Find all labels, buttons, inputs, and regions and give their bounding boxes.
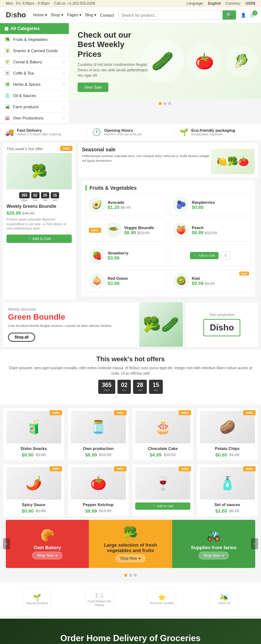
dot-1[interactable] — [159, 102, 162, 105]
countdown: 365 days 02 hrs 28 min 15 sec — [7, 192, 72, 202]
add-to-cart-fruits-button[interactable]: 🛒 Add to Cart — [190, 252, 219, 259]
avocado-price-old: $5.79 — [121, 205, 131, 210]
dot-3[interactable] — [168, 102, 171, 105]
own-image: 🫙 — [71, 411, 126, 443]
add-to-cart-bottle-button[interactable]: 🛒 Add to Cart — [135, 502, 190, 510]
hours-icon: 🕐 — [92, 128, 101, 136]
own-icon: 🏭 — [4, 115, 10, 121]
avocado-price-new: $1.20 — [108, 205, 120, 210]
search-button[interactable]: 🔍 — [223, 10, 236, 20]
promo-farms-title: Supplies from farms — [191, 545, 236, 550]
hot-offers-main-section: This week's hot offers Etiam posuere, se… — [0, 350, 261, 405]
nav-contact[interactable]: Contact — [100, 13, 114, 17]
wishlist-button[interactable]: ♡ — [221, 252, 231, 260]
main-count-hours-label: hrs — [121, 388, 128, 392]
promo-dot-3[interactable] — [134, 574, 137, 577]
herbs-icon: 🌿 — [4, 81, 10, 87]
kiwi-name: Kiwi — [192, 276, 215, 281]
food-icon: 🍽️ — [87, 592, 112, 599]
dot-2[interactable] — [163, 102, 166, 105]
chips-image: 🥔 — [200, 411, 255, 443]
sauces-image: 🧴 — [200, 467, 255, 500]
sidebar-item-fruits[interactable]: 🥦 Fruits & Vegetables › — [0, 34, 69, 45]
olive-label: Olive Oil — [218, 601, 230, 605]
snacks-image: 🧃 — [6, 411, 61, 443]
language-value[interactable]: English — [208, 1, 221, 5]
view-sale-button[interactable]: View Sale — [78, 83, 108, 92]
sidebar-label-herbs: Herbs & Spices — [13, 82, 41, 87]
cart-icon[interactable]: 🛒 2 — [250, 13, 255, 18]
sidebar-item-cereal[interactable]: 🌾 Cereal & Bakery › — [0, 56, 69, 68]
strawberry-name: Strawberry — [108, 251, 128, 255]
shop-all-button[interactable]: Shop all — [8, 333, 35, 342]
products-grid-row2: Sale! 🌶️ Spicy Sauce $0.90 $1.80 Sale! 🍅… — [3, 464, 258, 517]
banner-content: Check out our Best Weekly Prices Curabit… — [78, 30, 150, 92]
info-eco: 🌱 Eco-friendly packaging Sustainable mat… — [174, 124, 261, 140]
own-production-card: Own production Disho — [186, 302, 258, 347]
peach-price-new: $8.99 — [192, 230, 204, 235]
eco-icon: 🌱 — [179, 128, 188, 136]
fruit-avocado: 🥑 Avocado $1.20 $5.79 — [86, 194, 167, 216]
promo-dot-1[interactable] — [124, 574, 127, 577]
cake-price-new: $4.99 — [150, 452, 162, 458]
promo-bakery-title: Own Bakery — [34, 545, 61, 550]
cake-name: Chocolate Cake — [135, 446, 190, 451]
fruit-raspberries: 🫐 Raspberries $0.80 — [170, 194, 251, 216]
red-onion-price-new: $3.99 — [108, 281, 120, 286]
cereal-icon: 🌾 — [4, 59, 10, 65]
promo-prev-button[interactable]: ‹ — [3, 538, 10, 549]
cake-image: 🎂 — [135, 411, 190, 443]
banner-title: Check out our Best Weekly Prices — [78, 30, 150, 59]
banner-images: 🥒 🍅 🥬 — [141, 23, 257, 99]
sidebar-label-fruits: Fruits & Vegetables — [13, 37, 47, 42]
banner-dots — [69, 99, 261, 108]
hot-offer-desc: Pretium quam vulputate dignissim suspend… — [7, 217, 72, 231]
sidebar-item-herbs[interactable]: 🌿 Herbs & Spices › — [0, 79, 69, 90]
main-count-days: 365 — [102, 382, 112, 388]
sidebar-item-snacks[interactable]: 🥫 Snacks & Canned Goods › — [0, 45, 69, 56]
grid-icon: ▦ — [4, 26, 8, 31]
sidebar-item-farm[interactable]: 🚜 Farm products › — [0, 101, 69, 113]
promo-bakery-button[interactable]: Shop Now ➜ — [32, 552, 62, 559]
search-input[interactable] — [119, 11, 223, 19]
sidebar-item-coffee[interactable]: ☕ Coffe & Tea › — [0, 68, 69, 79]
product-add-cart-item: Sale! 🍷 🛒 Add to Cart — [132, 464, 194, 517]
spicy-name: Spicy Sauce — [6, 502, 61, 507]
sidebar-title: ▦ All Categories — [0, 23, 69, 34]
snacks-price-new: $0.90 — [22, 452, 34, 458]
promo-next-button[interactable]: › — [251, 538, 258, 549]
promo-farms-button[interactable]: Shop Now ➜ — [199, 552, 229, 559]
hot-offer-add-to-cart[interactable]: 🛒 Add to Cart — [7, 235, 72, 243]
bottle-sale-badge: Sale! — [179, 466, 191, 471]
promo-dot-2[interactable] — [129, 574, 132, 577]
product-potato-chips: Sale! 🥔 Potato Chips $0.60 $1.20 — [196, 408, 258, 461]
fruit-veggie: Sale! 🥗 Veggie Boundle $8.99 $12.99 — [86, 219, 167, 241]
chevron-icon: › — [63, 60, 65, 64]
user-icon[interactable]: 👤 — [241, 13, 246, 18]
own-name: Own production — [71, 446, 126, 451]
nav-shop[interactable]: Shop ▾ — [51, 13, 63, 17]
fruit-red-onion: 🧅 Red Onion $3.99 — [86, 270, 167, 292]
ketchup-sale-badge: Sale! — [114, 466, 127, 471]
promo-vegetables-button[interactable]: Shop Now ➜ — [116, 555, 146, 562]
chevron-icon: › — [63, 116, 65, 120]
promo-vegetables-title: Large selection of fresh vegetables and … — [93, 542, 167, 553]
search-bar: 🔍 — [118, 10, 236, 20]
nav-blog[interactable]: Blog ▾ — [85, 13, 96, 17]
veggie-price-new: $8.99 — [124, 230, 136, 235]
sidebar-item-own[interactable]: 🏭 Own Productions › — [0, 113, 69, 124]
hot-offer-price-new: $29.99 — [7, 210, 21, 216]
kiwi-price-new: $0.59 — [192, 281, 204, 286]
kiwi-icon: 🥝 — [173, 273, 189, 289]
ketchup-image: 🍅 — [71, 467, 126, 500]
own-production-brand: Disho — [203, 319, 241, 336]
nav-pages[interactable]: Pages ▾ — [67, 13, 82, 17]
peach-price-old: $12.99 — [205, 231, 217, 235]
main-count-hours: 02 — [121, 382, 128, 388]
nav-home[interactable]: Home ▾ — [33, 13, 47, 17]
promo-banners-wrapper: ‹ 🥐 Own Bakery Shop Now ➜ 🥦 Large select… — [3, 520, 258, 568]
sidebar-item-oil[interactable]: 🧴 Oil & Sauces › — [0, 90, 69, 101]
top-bar-right: Language: English Currency: USD$ — [187, 1, 255, 5]
ketchup-price-new: $8.99 — [85, 508, 97, 514]
currency-value[interactable]: USD$ — [245, 1, 255, 5]
